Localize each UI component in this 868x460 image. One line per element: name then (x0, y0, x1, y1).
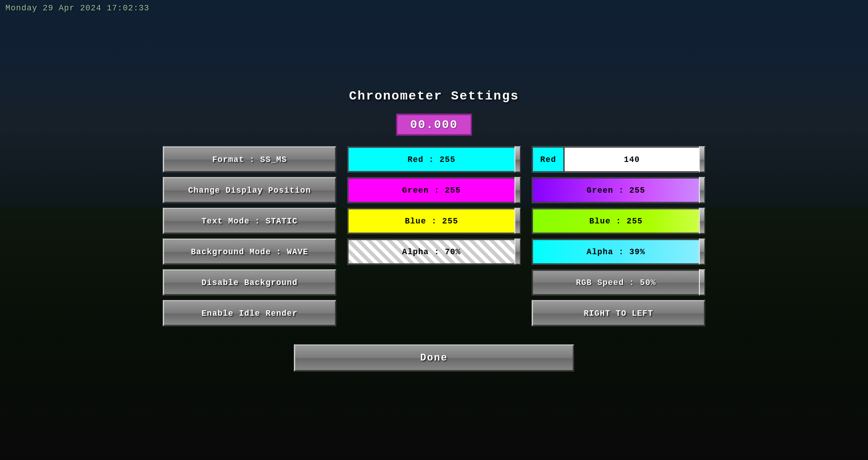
blue-slider-right[interactable]: Blue : 255 (532, 208, 705, 234)
rgb-speed-handle[interactable] (699, 269, 705, 295)
direction-button[interactable]: RIGHT TO LEFT (532, 300, 705, 326)
red-label-right[interactable]: Red (532, 146, 563, 172)
enable-idle-render-button[interactable]: Enable Idle Render (163, 300, 336, 326)
alpha-slider-track[interactable]: Alpha : 70% (347, 238, 514, 265)
alpha-slider-label-right: Alpha : 39% (587, 247, 646, 256)
red-slider-handle[interactable] (514, 146, 521, 172)
blue-handle-right[interactable] (699, 208, 705, 234)
green-slider-label-right: Green : 255 (587, 185, 646, 194)
alpha-slider-right[interactable]: Alpha : 39% (532, 238, 705, 265)
background-mode-button[interactable]: Background Mode : WAVE (163, 238, 336, 265)
timer-display: 00.000 (396, 114, 472, 135)
format-button[interactable]: Format : SS_MS (163, 146, 336, 172)
timestamp: Monday 29 Apr 2024 17:02:33 (5, 4, 150, 13)
settings-panel: Chronometer Settings 00.000 Format : SS_… (163, 89, 705, 371)
done-button-wrapper: Done (163, 344, 705, 371)
alpha-slider-handle[interactable] (514, 238, 521, 265)
disable-background-button[interactable]: Disable Background (163, 269, 336, 295)
blue-slider-label: Blue : 255 (405, 216, 458, 225)
text-mode-button[interactable]: Text Mode : STATIC (163, 208, 336, 234)
green-slider-track-right[interactable]: Green : 255 (532, 177, 699, 203)
settings-grid: Format : SS_MS Red : 255 Red 140 Change … (163, 146, 705, 326)
empty-middle-6 (347, 300, 521, 326)
alpha-slider-track-right[interactable]: Alpha : 39% (532, 238, 699, 265)
alpha-handle-right[interactable] (699, 238, 705, 265)
panel-title: Chronometer Settings (349, 89, 519, 103)
change-display-position-button[interactable]: Change Display Position (163, 177, 336, 203)
green-handle-right[interactable] (699, 177, 705, 203)
green-slider-right[interactable]: Green : 255 (532, 177, 705, 203)
blue-slider-track-right[interactable]: Blue : 255 (532, 208, 699, 234)
alpha-slider-label: Alpha : 70% (402, 247, 461, 256)
green-slider-track[interactable]: Green : 255 (347, 177, 514, 203)
done-button[interactable]: Done (294, 344, 574, 371)
green-slider-middle[interactable]: Green : 255 (347, 177, 521, 203)
rgb-speed-slider[interactable]: RGB Speed : 50% (532, 269, 705, 295)
rgb-speed-label: RGB Speed : 50% (576, 278, 656, 287)
red-slider-label: Red : 255 (407, 155, 455, 164)
red-value-right[interactable]: 140 (563, 146, 699, 172)
alpha-slider-middle[interactable]: Alpha : 70% (347, 238, 521, 265)
blue-slider-track[interactable]: Blue : 255 (347, 208, 514, 234)
red-slider-middle[interactable]: Red : 255 (347, 146, 521, 172)
blue-slider-handle[interactable] (514, 208, 521, 234)
red-slider-track[interactable]: Red : 255 (347, 146, 514, 172)
blue-slider-middle[interactable]: Blue : 255 (347, 208, 521, 234)
empty-middle-5 (347, 269, 521, 295)
red-slider-right[interactable]: Red 140 (532, 146, 705, 172)
blue-slider-label-right: Blue : 255 (589, 216, 642, 225)
red-handle-right[interactable] (699, 146, 705, 172)
rgb-speed-track[interactable]: RGB Speed : 50% (532, 269, 699, 295)
green-slider-label: Green : 255 (402, 185, 461, 194)
green-slider-handle[interactable] (514, 177, 521, 203)
